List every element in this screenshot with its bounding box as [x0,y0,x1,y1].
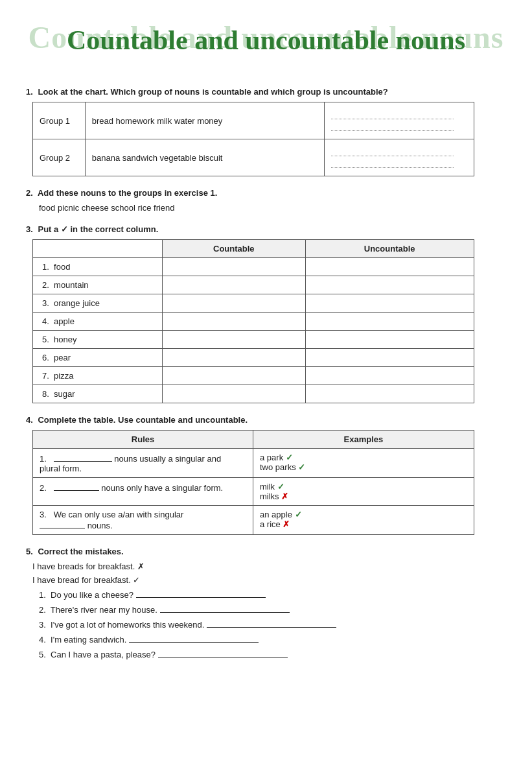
example1-line1: a park ✓ [260,453,467,462]
table-row: 3. orange juice [33,294,474,313]
mistake-answer-1[interactable] [160,604,290,613]
example2-line1: milk ✓ [260,482,467,492]
example2-line2: milks ✗ [260,492,467,501]
mistake-num: 5. Can I have a pasta, please? [39,650,158,659]
item-cell-5: 6. pear [33,349,163,367]
exercise2-block: 2. Add these nouns to the groups in exer… [26,188,506,213]
col-countable: Countable [163,240,306,258]
mistake-num: 1. Do you like a cheese? [39,590,136,600]
rules-header-row: Rules Examples [33,431,474,449]
item-cell-0: 1. food [33,258,163,276]
exercise4-table: Rules Examples 1. nouns usually a singul… [32,430,474,535]
group2-label: Group 2 [33,139,86,176]
mistake-item: 5. Can I have a pasta, please? [39,648,506,659]
countable-cell-4[interactable] [163,331,306,349]
rules-row-2: 2. nouns only have a singular form. milk… [33,478,474,506]
mistake-answer-4[interactable] [158,648,288,657]
rule1-blank[interactable] [54,453,112,462]
example-wrong: I have breads for breakfast. ✗ [32,562,506,571]
examples-col-header: Examples [253,431,474,449]
rules-row-3: 3. We can only use a/an with singular no… [33,506,474,535]
group1-label: Group 1 [33,102,86,139]
countable-cell-3[interactable] [163,313,306,331]
title-block: Countable and uncountable nouns Countabl… [26,13,506,71]
answer-line1[interactable] [331,110,454,119]
uncountable-cell-7[interactable] [305,385,474,403]
answer-line2[interactable] [331,122,454,131]
exercise5-question: 5. Correct the mistakes. [26,547,506,556]
table-row: Group 2 banana sandwich vegetable biscui… [33,139,474,176]
countable-cell-5[interactable] [163,349,306,367]
table-row: 7. pizza [33,367,474,385]
countable-cell-7[interactable] [163,385,306,403]
mistake-item: 1. Do you like a cheese? [39,589,506,600]
item-cell-4: 5. honey [33,331,163,349]
example1-cell: a park ✓ two parks ✓ [253,449,474,478]
mistake-item: 3. I've got a lot of homeworks this week… [39,619,506,630]
uncountable-cell-1[interactable] [305,276,474,294]
item-cell-3: 4. apple [33,313,163,331]
exercise4-question: 4. Complete the table. Use countable and… [26,415,506,425]
example2-cell: milk ✓ milks ✗ [253,478,474,506]
group2-nouns: banana sandwich vegetable biscuit [85,139,324,176]
exercise2-nouns: food picnic cheese school rice friend [39,203,506,213]
mistake-answer-2[interactable] [207,619,336,628]
countable-cell-1[interactable] [163,276,306,294]
countable-cell-2[interactable] [163,294,306,313]
rules-row-1: 1. nouns usually a singular and plural f… [33,449,474,478]
countable-cell-0[interactable] [163,258,306,276]
table-row: 1. food [33,258,474,276]
mistake-item: 4. I'm eating sandwich. [39,634,506,645]
q4-row3-num: 3. [40,510,51,519]
rule2-cell: 2. nouns only have a singular form. [33,478,253,506]
q4-num: 4. [26,415,33,425]
example-right: I have bread for breakfast. ✓ [32,575,506,585]
item-cell-6: 7. pizza [33,367,163,385]
exercise4-block: 4. Complete the table. Use countable and… [26,415,506,535]
uncountable-cell-5[interactable] [305,349,474,367]
group1-answer-cell [324,102,474,139]
table-row: Group 1 bread homework milk water money [33,102,474,139]
answer-line3[interactable] [331,147,454,156]
mistake-answer-3[interactable] [129,634,259,643]
uncountable-cell-6[interactable] [305,367,474,385]
q3-num: 3. [26,224,33,234]
q5-num: 5. [26,547,33,556]
table-row: 2. mountain [33,276,474,294]
exercise5-block: 5. Correct the mistakes. I have breads f… [26,547,506,659]
rule1-cell: 1. nouns usually a singular and plural f… [33,449,253,478]
title-main: Countable and uncountable nouns [26,25,506,56]
example3-line1: an apple ✓ [260,510,467,519]
table-row: 5. honey [33,331,474,349]
item-cell-7: 8. sugar [33,385,163,403]
rule1-text2: plural form. [40,464,82,473]
table-row: 6. pear [33,349,474,367]
group2-answer-cell [324,139,474,176]
rule2-text: nouns only have a singular form. [101,483,223,493]
q1-num: 1. [26,87,33,97]
uncountable-cell-4[interactable] [305,331,474,349]
mistake-num: 3. I've got a lot of homeworks this week… [39,620,207,630]
exercise2-question: 2. Add these nouns to the groups in exer… [26,188,506,198]
countable-cell-6[interactable] [163,367,306,385]
item-cell-2: 3. orange juice [33,294,163,313]
table-row: 8. sugar [33,385,474,403]
table-row: 4. apple [33,313,474,331]
q4-row1-num: 1. [40,454,51,464]
exercise5-items: 1. Do you like a cheese? 2. There's rive… [26,589,506,659]
mistake-num: 4. I'm eating sandwich. [39,635,129,645]
uncountable-cell-2[interactable] [305,294,474,313]
mistake-answer-0[interactable] [136,589,266,598]
answer-line4[interactable] [331,159,454,168]
uncountable-cell-0[interactable] [305,258,474,276]
mistake-item: 2. There's river near my house. [39,604,506,615]
col-empty [33,240,163,258]
rule3-text2: nouns. [87,521,113,530]
rule3-blank[interactable] [40,519,85,528]
example3-line2: a rice ✗ [260,519,467,529]
rule2-blank[interactable] [54,482,99,491]
example1-line2: two parks ✓ [260,462,467,472]
uncountable-cell-3[interactable] [305,313,474,331]
mistake-num: 2. There's river near my house. [39,605,160,615]
q4-row2-num: 2. [40,483,51,493]
